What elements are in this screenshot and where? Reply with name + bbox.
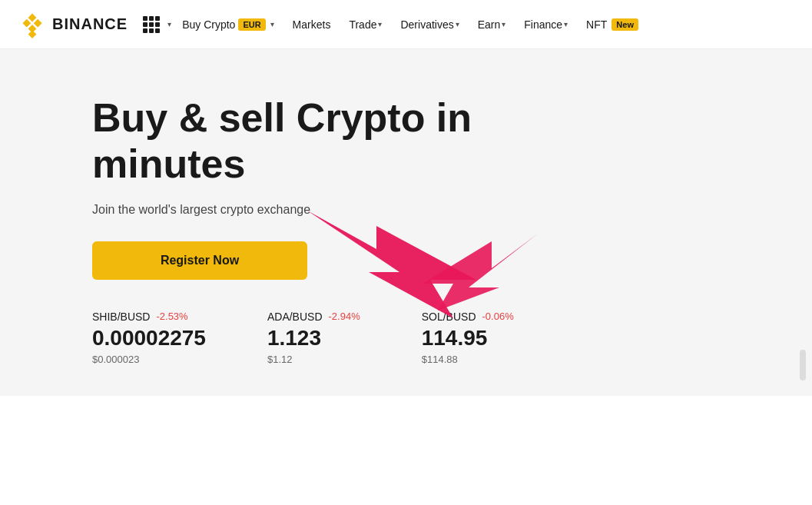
sol-pair: SOL/BUSD xyxy=(422,311,476,323)
nav-earn[interactable]: Earn ▾ xyxy=(470,0,514,49)
hero-section: Buy & sell Crypto in minutes Join the wo… xyxy=(0,49,812,396)
ada-price: 1.123 xyxy=(267,326,360,351)
derivatives-chevron: ▾ xyxy=(456,20,459,28)
buy-crypto-chevron: ▾ xyxy=(270,20,274,28)
ada-usd: $1.12 xyxy=(267,354,360,365)
navbar: BINANCE ▾ Buy Crypto EUR ▾ Markets Trade… xyxy=(0,0,812,49)
ticker-ada[interactable]: ADA/BUSD -2.94% 1.123 $1.12 xyxy=(267,311,360,365)
ada-pair: ADA/BUSD xyxy=(267,311,323,323)
finance-chevron: ▾ xyxy=(564,20,568,28)
nav-finance[interactable]: Finance ▾ xyxy=(516,0,575,49)
svg-marker-5 xyxy=(28,30,37,38)
nav-derivatives[interactable]: Derivatives ▾ xyxy=(393,0,466,49)
svg-marker-3 xyxy=(22,18,31,27)
nav-buy-crypto[interactable]: Buy Crypto EUR ▾ xyxy=(174,0,281,49)
grid-icon[interactable] xyxy=(143,16,160,33)
shib-usd: $0.000023 xyxy=(92,354,206,365)
binance-logo-icon xyxy=(18,11,46,38)
svg-marker-2 xyxy=(34,18,42,27)
hero-title: Buy & sell Crypto in minutes xyxy=(92,95,630,188)
logo-text: BINANCE xyxy=(52,15,128,33)
ticker-shib[interactable]: SHIB/BUSD -2.53% 0.00002275 $0.000023 xyxy=(92,311,206,365)
sol-usd: $114.88 xyxy=(422,354,514,365)
shib-pair: SHIB/BUSD xyxy=(92,311,150,323)
trade-chevron: ▾ xyxy=(378,20,382,28)
eur-badge: EUR xyxy=(238,18,265,31)
shib-change: -2.53% xyxy=(156,311,187,322)
sol-change: -0.06% xyxy=(482,311,514,322)
logo[interactable]: BINANCE xyxy=(18,11,128,38)
nav-markets[interactable]: Markets xyxy=(285,0,339,49)
sol-price: 114.95 xyxy=(422,326,514,351)
scroll-indicator xyxy=(800,350,806,380)
shib-price: 0.00002275 xyxy=(92,326,206,351)
ticker-section: SHIB/BUSD -2.53% 0.00002275 $0.000023 AD… xyxy=(92,280,720,365)
grid-chevron[interactable]: ▾ xyxy=(167,20,171,28)
register-now-button[interactable]: Register Now xyxy=(92,241,307,280)
earn-chevron: ▾ xyxy=(502,20,505,28)
hero-subtitle: Join the world's largest crypto exchange xyxy=(92,203,720,217)
svg-marker-1 xyxy=(28,13,37,22)
nft-new-badge: New xyxy=(611,18,638,31)
ada-change: -2.94% xyxy=(329,311,360,322)
nav-trade[interactable]: Trade ▾ xyxy=(341,0,389,49)
ticker-sol[interactable]: SOL/BUSD -0.06% 114.95 $114.88 xyxy=(422,311,514,365)
nav-nft[interactable]: NFT New xyxy=(578,0,646,49)
